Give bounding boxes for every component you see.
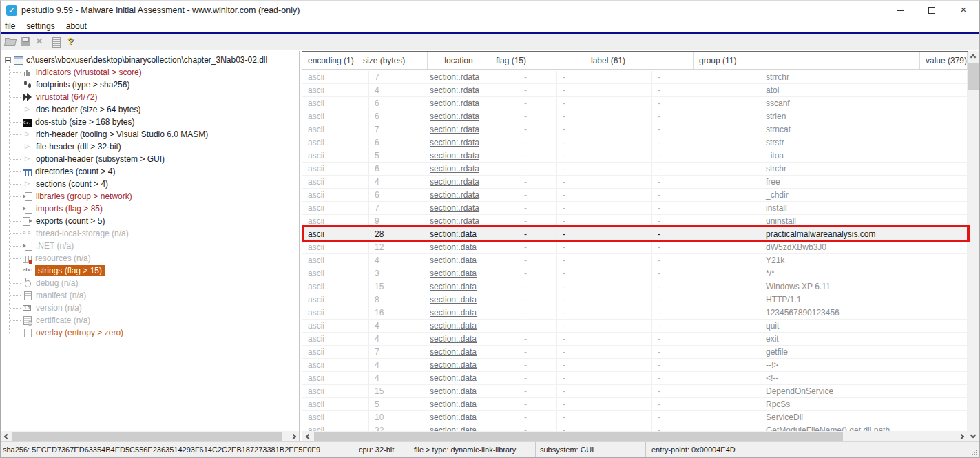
menu-item[interactable]: settings bbox=[26, 21, 60, 31]
scroll-up-icon[interactable] bbox=[968, 51, 979, 62]
cell-location-link[interactable]: section:.data bbox=[424, 398, 494, 410]
tree-item[interactable]: rich-header (tooling > Visual Studio 6.0… bbox=[3, 128, 299, 140]
table-row[interactable]: ascii 5 section:.data - - - RpcSs bbox=[302, 398, 968, 411]
tree-item[interactable]: dos-stub (size > 168 bytes) bbox=[3, 116, 299, 128]
close-button[interactable]: × bbox=[948, 1, 979, 20]
tree-item[interactable]: footprints (type > sha256) bbox=[3, 79, 299, 91]
menu-item[interactable]: file bbox=[5, 21, 21, 31]
tree-item[interactable]: thread-local-storage (n/a) bbox=[3, 227, 299, 240]
cell-location-link[interactable]: section:.data bbox=[424, 372, 494, 384]
save-icon[interactable] bbox=[19, 35, 32, 49]
cell-location-link[interactable]: section:.rdata bbox=[424, 97, 494, 110]
table-row[interactable]: ascii 4 section:.data - - - exit bbox=[302, 333, 968, 346]
minimize-button[interactable] bbox=[884, 1, 916, 20]
report-icon[interactable] bbox=[49, 35, 63, 49]
table-row[interactable]: ascii 3 section:.data - - - */* bbox=[302, 267, 968, 280]
cell-location-link[interactable]: section:.rdata bbox=[424, 71, 494, 83]
table-horizontal-scrollbar[interactable] bbox=[302, 431, 968, 442]
tree-item[interactable]: libraries (group > network) bbox=[3, 190, 299, 202]
cell-location-link[interactable]: section:.data bbox=[424, 267, 494, 280]
table-row[interactable]: ascii 6 section:.rdata - - - sscanf bbox=[302, 97, 968, 110]
table-scroll-thumb[interactable] bbox=[314, 432, 843, 441]
tree-item[interactable]: manifest (n/a) bbox=[3, 289, 299, 302]
table-row[interactable]: ascii 9 section:.rdata - - - uninstall bbox=[302, 215, 968, 228]
table-vertical-scrollbar[interactable] bbox=[968, 51, 979, 442]
cell-location-link[interactable]: section:.rdata bbox=[424, 84, 494, 96]
table-row[interactable]: ascii 7 section:.rdata - - - install bbox=[302, 202, 968, 215]
table-row[interactable]: ascii 4 section:.data - - - <!-- bbox=[302, 372, 968, 385]
tree-item[interactable]: directories (count > 4) bbox=[3, 165, 299, 178]
table-row[interactable]: ascii 28 section:.data - - - practicalma… bbox=[302, 228, 968, 241]
cell-location-link[interactable]: section:.rdata bbox=[424, 189, 494, 201]
column-header[interactable]: label (61) bbox=[585, 52, 694, 69]
cell-location-link[interactable]: section:.data bbox=[424, 320, 494, 332]
table-row[interactable]: ascii 4 section:.data - - - Y21k bbox=[302, 254, 968, 267]
tree-item[interactable]: dos-header (size > 64 bytes) bbox=[3, 103, 299, 116]
tree-item[interactable]: .NET (n/a) bbox=[3, 240, 299, 252]
tree-item[interactable]: resources (n/a) bbox=[3, 252, 299, 264]
cell-location-link[interactable]: section:.data bbox=[424, 254, 494, 267]
cell-location-link[interactable]: section:.rdata bbox=[424, 215, 494, 227]
cell-location-link[interactable]: section:.data bbox=[424, 241, 494, 253]
scroll-left-icon[interactable] bbox=[302, 431, 313, 442]
collapse-icon[interactable] bbox=[5, 57, 11, 63]
vertical-scroll-thumb[interactable] bbox=[968, 63, 979, 90]
table-row[interactable]: ascii 8 section:.data - - - HTTP/1.1 bbox=[302, 293, 968, 306]
tree-item[interactable]: certificate (n/a) bbox=[3, 314, 299, 326]
cell-location-link[interactable]: section:.data bbox=[424, 346, 494, 358]
tree-item[interactable]: imports (flag > 85) bbox=[3, 202, 299, 215]
maximize-button[interactable] bbox=[916, 1, 948, 20]
tree-item[interactable]: strings (flag > 15) bbox=[3, 264, 299, 277]
table-row[interactable]: ascii 6 section:.rdata - - - strlen bbox=[302, 110, 968, 123]
remove-icon[interactable] bbox=[34, 35, 48, 49]
cell-location-link[interactable]: section:.rdata bbox=[424, 176, 494, 188]
tree-horizontal-scrollbar[interactable] bbox=[1, 431, 300, 442]
table-row[interactable]: ascii 32 section:.data - - - GetModuleFi… bbox=[302, 424, 968, 431]
table-row[interactable]: ascii 16 section:.data - - - 12345678901… bbox=[302, 306, 968, 320]
tree-item[interactable]: file-header (dll > 32-bit) bbox=[3, 140, 299, 153]
column-header[interactable]: encoding (1) bbox=[302, 52, 357, 69]
tree-item[interactable]: version (n/a) bbox=[3, 302, 299, 314]
scroll-right-icon[interactable] bbox=[289, 431, 300, 442]
cell-location-link[interactable]: section:.rdata bbox=[424, 136, 494, 149]
scroll-down-icon[interactable] bbox=[968, 431, 979, 442]
table-row[interactable]: ascii 7 section:.data - - - getfile bbox=[302, 346, 968, 359]
column-header[interactable]: size (bytes) bbox=[357, 52, 428, 69]
table-row[interactable]: ascii 4 section:.rdata - - - atol bbox=[302, 84, 968, 97]
cell-location-link[interactable]: section:.data bbox=[424, 333, 494, 345]
cell-location-link[interactable]: section:.rdata bbox=[424, 202, 494, 214]
scroll-left-icon[interactable] bbox=[1, 431, 12, 442]
table-row[interactable]: ascii 5 section:.rdata - - - _itoa bbox=[302, 149, 968, 163]
cell-location-link[interactable]: section:.data bbox=[424, 411, 494, 424]
cell-location-link[interactable]: section:.data bbox=[424, 359, 494, 371]
cell-location-link[interactable]: section:.rdata bbox=[424, 149, 494, 162]
column-header[interactable]: location bbox=[428, 52, 490, 69]
cell-location-link[interactable]: section:.data bbox=[424, 228, 494, 240]
column-header[interactable]: group (11) bbox=[694, 52, 920, 69]
open-file-icon[interactable] bbox=[3, 35, 17, 49]
table-row[interactable]: ascii 7 section:.rdata - - - strncat bbox=[302, 123, 968, 136]
table-row[interactable]: ascii 6 section:.rdata - - - strstr bbox=[302, 136, 968, 149]
table-row[interactable]: ascii 6 section:.rdata - - - strchr bbox=[302, 163, 968, 176]
resize-grip[interactable] bbox=[971, 449, 978, 456]
cell-location-link[interactable]: section:.data bbox=[424, 385, 494, 397]
table-row[interactable]: ascii 15 section:.data - - - DependOnSer… bbox=[302, 385, 968, 398]
cell-location-link[interactable]: section:.rdata bbox=[424, 123, 494, 136]
table-row[interactable]: ascii 4 section:.data - - - quit bbox=[302, 320, 968, 333]
table-row[interactable]: ascii 12 section:.data - - - dW5zdXBwb3J… bbox=[302, 241, 968, 254]
cell-location-link[interactable]: section:.data bbox=[424, 280, 494, 293]
table-row[interactable]: ascii 4 section:.data - - - --!> bbox=[302, 359, 968, 372]
cell-location-link[interactable]: section:.data bbox=[424, 293, 494, 306]
column-header[interactable]: value (379) bbox=[920, 52, 968, 69]
menu-item[interactable]: about bbox=[66, 21, 92, 31]
tree-item[interactable]: sections (count > 4) bbox=[3, 178, 299, 190]
tree-item[interactable]: virustotal (64/72) bbox=[3, 91, 299, 103]
tree-scroll-thumb[interactable] bbox=[12, 432, 282, 441]
tree-item[interactable]: optional-header (subsystem > GUI) bbox=[3, 153, 299, 165]
table-row[interactable]: ascii 7 section:.rdata - - - strrchr bbox=[302, 71, 968, 84]
tree-root-file[interactable]: c:\users\vboxuser\desktop\binarycollecti… bbox=[3, 54, 299, 66]
cell-location-link[interactable]: section:.data bbox=[424, 306, 494, 319]
cell-location-link[interactable]: section:.rdata bbox=[424, 163, 494, 175]
tree-item[interactable]: indicators (virustotal > score) bbox=[3, 66, 299, 79]
tree-item[interactable]: debug (n/a) bbox=[3, 277, 299, 289]
